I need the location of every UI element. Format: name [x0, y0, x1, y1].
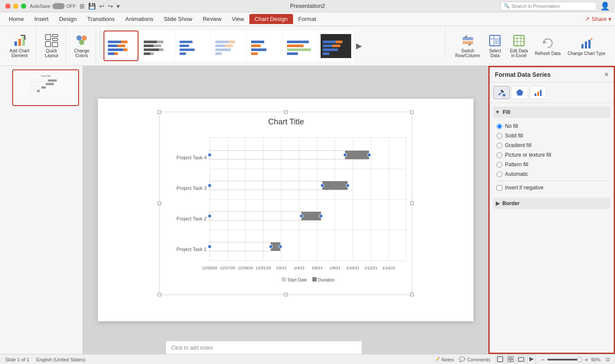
handle-tl[interactable] — [158, 110, 161, 114]
format-tab-chart[interactable] — [530, 86, 546, 99]
tab-home[interactable]: Home — [3, 14, 29, 24]
notes-area[interactable]: Click to add notes — [166, 341, 362, 354]
invert-negative-option[interactable]: Invert if negative — [497, 183, 607, 192]
tab-design[interactable]: Design — [54, 14, 82, 24]
refresh-data-button[interactable]: Refresh Data — [532, 34, 563, 58]
sidebar-icon[interactable]: ⊞ — [79, 3, 85, 10]
handle-tm[interactable] — [284, 110, 287, 114]
zoom-out-btn[interactable]: − — [541, 356, 545, 363]
tab-chartdesign[interactable]: Chart Design — [249, 14, 293, 24]
search-box[interactable]: 🔍 Search in Presentation — [501, 2, 597, 10]
svg-text:1/6/21: 1/6/21 — [311, 266, 322, 270]
no-fill-radio[interactable] — [497, 124, 502, 129]
zoom-in-btn[interactable]: + — [585, 356, 588, 363]
close-window-btn[interactable] — [5, 3, 10, 9]
handle-bm[interactable] — [284, 293, 287, 296]
svg-rect-46 — [287, 52, 298, 55]
reading-view-btn[interactable] — [517, 355, 525, 364]
fill-section-header[interactable]: ▼ Fill — [493, 106, 610, 118]
gallery-more-arrow[interactable]: ▶ — [354, 41, 364, 51]
border-section[interactable]: ▶ Border — [493, 198, 610, 209]
pattern-fill-radio[interactable] — [497, 162, 502, 168]
autosave-switch[interactable] — [52, 3, 65, 9]
svg-rect-5 — [45, 34, 51, 40]
tab-view[interactable]: View — [227, 14, 249, 24]
gradient-fill-label: Gradient fill — [505, 142, 532, 148]
maximize-window-btn[interactable] — [21, 3, 26, 9]
svg-rect-75 — [31, 90, 37, 92]
minimize-window-btn[interactable] — [13, 3, 18, 9]
comments-label: Comments — [467, 357, 490, 362]
svg-rect-19 — [108, 52, 114, 55]
chart-style-2[interactable] — [139, 31, 174, 61]
task4-start-bar — [210, 151, 345, 159]
chart-style-1[interactable] — [104, 31, 138, 61]
solid-fill-option[interactable]: Solid fill — [497, 131, 607, 141]
share-button[interactable]: ↗ Share ▾ — [585, 16, 612, 22]
panel-title: Format Data Series — [495, 71, 551, 78]
tab-slideshow[interactable]: Slide Show — [159, 14, 197, 24]
handle-ml[interactable] — [158, 202, 161, 205]
handle-br[interactable] — [410, 293, 414, 296]
save-icon[interactable]: 💾 — [88, 3, 96, 10]
handle-bl[interactable] — [158, 293, 161, 296]
chart-container[interactable]: Chart Title Project Task 4 Project Task … — [159, 112, 412, 295]
automatic-radio[interactable] — [497, 172, 502, 177]
picture-fill-radio[interactable] — [497, 152, 502, 158]
status-right: 📝 Notes 💬 Comments − — [434, 355, 610, 364]
gradient-fill-radio[interactable] — [497, 143, 502, 148]
chart-style-6[interactable] — [283, 31, 318, 61]
main-container: 1 Chart Title — [0, 66, 615, 354]
pattern-fill-option[interactable]: Pattern fill — [497, 160, 607, 169]
invert-negative-checkbox[interactable] — [497, 185, 502, 191]
picture-texture-option[interactable]: Picture or texture fill — [497, 150, 607, 160]
svg-text:12/25/20: 12/25/20 — [202, 266, 217, 270]
svg-rect-30 — [180, 45, 189, 47]
panel-body: ▼ Fill No fill Solid fill Gradient fill — [490, 103, 614, 353]
chart-style-4[interactable] — [211, 31, 246, 61]
handle-mr[interactable] — [410, 202, 414, 205]
undo-icon[interactable]: ↩ — [99, 3, 104, 10]
border-section-header[interactable]: ▶ Border — [496, 200, 608, 206]
format-tab-shape[interactable] — [511, 86, 528, 99]
chart-style-3[interactable] — [175, 31, 210, 61]
redo-icon[interactable]: ↪ — [108, 3, 113, 10]
change-chart-type-button[interactable]: Change Chart Type — [565, 34, 608, 58]
comments-button[interactable]: 💬 Comments — [459, 357, 490, 362]
format-tab-paint[interactable] — [493, 86, 510, 99]
normal-view-btn[interactable] — [496, 355, 504, 364]
autosave-toggle[interactable]: AutoSave OFF — [30, 3, 76, 9]
tab-review[interactable]: Review — [197, 14, 227, 24]
switch-row-column-button[interactable]: SwitchRow/Column — [453, 32, 483, 60]
notes-button[interactable]: 📝 Notes — [434, 357, 454, 362]
tab-animations[interactable]: Animations — [120, 14, 159, 24]
search-placeholder: Search in Presentation — [511, 3, 560, 9]
slideshow-btn[interactable] — [527, 355, 536, 364]
no-fill-option[interactable]: No fill — [497, 121, 607, 131]
fit-to-window-btn[interactable]: ⊡ — [606, 357, 610, 362]
svg-rect-50 — [323, 45, 332, 47]
add-chart-element-button[interactable]: Add ChartElement — [7, 32, 32, 60]
more-icon[interactable]: ▾ — [117, 3, 120, 10]
handle-tr[interactable] — [410, 110, 414, 114]
zoom-slider[interactable] — [547, 359, 582, 361]
tab-insert[interactable]: Insert — [29, 14, 54, 24]
svg-rect-41 — [251, 48, 266, 51]
user-avatar[interactable]: 👤 — [600, 1, 610, 11]
close-panel-button[interactable]: × — [605, 71, 608, 79]
tab-transitions[interactable]: Transitions — [82, 14, 120, 24]
notes-icon: 📝 — [434, 357, 440, 362]
solid-fill-radio[interactable] — [497, 133, 502, 139]
gradient-fill-option[interactable]: Gradient fill — [497, 141, 607, 150]
edit-data-button[interactable]: Edit Datain Excel — [507, 32, 530, 60]
quick-layout-button[interactable]: QuickLayout — [41, 32, 62, 60]
change-colors-button[interactable]: ChangeColors — [71, 32, 92, 60]
chart-style-7[interactable] — [318, 31, 353, 61]
tab-format[interactable]: Format — [293, 14, 321, 24]
automatic-option[interactable]: Automatic — [497, 169, 607, 179]
slide-sorter-btn[interactable] — [506, 355, 515, 364]
select-data-button[interactable]: SelectData — [484, 32, 505, 60]
chart-style-5[interactable] — [247, 31, 282, 61]
svg-rect-43 — [287, 41, 309, 43]
slide-thumbnail[interactable]: Chart Title — [12, 69, 79, 106]
